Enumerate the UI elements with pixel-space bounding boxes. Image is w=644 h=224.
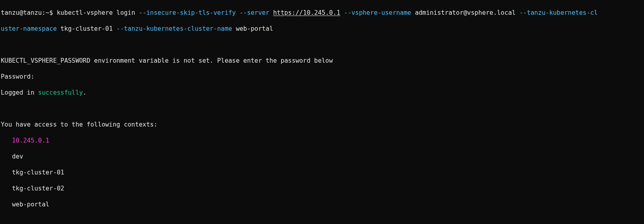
ns-value: tkg-cluster-01 [60,25,116,32]
logged-in-line: Logged in successfully. [1,89,643,97]
flag-username: --vsphere-username [344,9,411,16]
blank-line [1,41,643,49]
context-item: web-portal [1,200,643,208]
blank-line [1,216,643,224]
context-item: 10.245.0.1 [1,137,643,145]
blank-line [1,105,643,113]
flag-insecure-server: --insecure-skip-tls-verify --server [139,9,269,16]
prompt: tanzu@tanzu:~$ [1,9,53,16]
pw-msg: KUBECTL_VSPHERE_PASSWORD environment var… [1,57,643,65]
logged-ok: successfully [38,89,83,96]
flag-ns-wrap-a: --tanzu-kubernetes-cl [519,9,598,16]
logged-post: . [83,89,86,96]
line-cmd1-a: tanzu@tanzu:~$ kubectl-vsphere login --i… [1,9,643,17]
server-url: https://10.245.0.1 [273,9,340,16]
line-cmd1-b: uster-namespace tkg-cluster-01 --tanzu-k… [1,25,643,33]
cmd-bin: kubectl-vsphere login [57,9,139,16]
flag-ns-wrap-b: uster-namespace [1,25,57,32]
terminal[interactable]: tanzu@tanzu:~$ kubectl-vsphere login --i… [0,0,644,224]
username-value: administrator@vsphere.local [415,9,519,16]
context-item: tkg-cluster-02 [1,184,643,192]
cluster-name-value: web-portal [236,25,273,32]
flag-cluster-name: --tanzu-kubernetes-cluster-name [116,25,232,32]
contexts-header: You have access to the following context… [1,121,643,129]
pw-label: Password: [1,73,643,81]
logged-pre: Logged in [1,89,38,96]
context-item: tkg-cluster-01 [1,168,643,176]
context-item: dev [1,153,643,161]
